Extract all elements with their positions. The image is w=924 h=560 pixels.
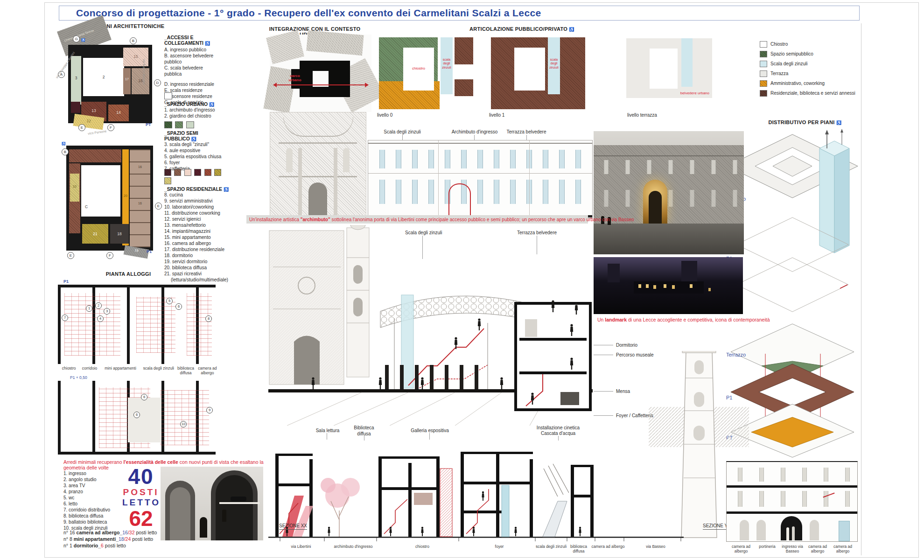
plan-p1: 10 C 20 16 16 21 18 19 B E F E ♿ P1	[54, 136, 162, 258]
resid-item: 16. camera ad albergo	[164, 240, 230, 246]
night-skyline-photo	[594, 257, 743, 314]
livello-0-label: livello 0	[377, 112, 392, 118]
cell-number: 6	[175, 303, 182, 310]
lower-label: Galleria espositiva	[404, 427, 455, 434]
legend-row: Terrazza	[760, 69, 862, 78]
varco-arrow	[273, 84, 366, 85]
accessibility-icon: ♿	[191, 137, 196, 141]
program-label: Dormitorio	[616, 342, 637, 348]
convent-street-photo	[594, 131, 744, 254]
section-perspective-scene	[268, 225, 593, 426]
landmark-post: di una Lecce accogliente e competitiva, …	[627, 317, 770, 322]
resid-item: 18. dormitorio	[164, 252, 230, 259]
access-marker: F	[107, 124, 114, 131]
portal	[308, 182, 327, 217]
room-16: 16	[132, 68, 149, 94]
cell-number: 8	[205, 315, 212, 322]
photo-street	[594, 224, 744, 254]
resid-item: 9. servizi amministrativi	[164, 198, 230, 204]
scala-strip-label: scala degli zinzuli	[441, 58, 452, 70]
varco-urbano-label: varco urbano	[284, 74, 306, 82]
pilaster	[334, 148, 337, 218]
arch-doorway	[649, 191, 662, 224]
landmark-bold: landmark	[605, 317, 627, 322]
lit-window	[708, 288, 711, 291]
legend-label: Spazio semipubblico	[770, 51, 813, 57]
archimbuto-red-outline	[448, 183, 471, 218]
pilaster	[298, 148, 302, 218]
lit-window	[646, 284, 649, 288]
leader-line	[327, 433, 327, 440]
resid-item: 8. cucina	[164, 192, 230, 198]
resid-zone	[455, 37, 473, 64]
leader-line	[594, 415, 613, 416]
access-marker: B	[62, 148, 69, 155]
livello-terrazza-label: livello terrazza	[627, 112, 657, 118]
resid-header: _SPAZIO RESIDENZIALE	[164, 186, 222, 192]
accessibility-icon: ♿	[81, 38, 85, 42]
room-number: 10	[70, 185, 79, 189]
figure-silhouette	[222, 510, 226, 522]
resid-item: 21. spazi ricreativi	[164, 271, 230, 277]
cornice-line	[279, 176, 357, 177]
string-course	[368, 173, 592, 174]
lit-window	[690, 284, 693, 288]
niche	[343, 148, 350, 172]
convent-elevation	[368, 140, 593, 218]
swatch-green-mid	[175, 121, 183, 128]
room-number: 14	[108, 110, 129, 115]
axis-label: chiostro	[401, 544, 443, 549]
alloggi-row-1: 7 1 2 3 4 5 6 8	[58, 285, 216, 364]
portal-figure	[786, 527, 789, 540]
ground-arch	[756, 520, 766, 540]
leader-line	[429, 433, 430, 440]
livello-1-diagram: scala degli zinzuli livello 1	[488, 35, 588, 111]
yy-axis-label: camera ad albergo	[729, 544, 753, 553]
cell-item: 6. letto	[63, 501, 122, 507]
legend-label: Chiostro	[770, 41, 788, 47]
inst-bold: "archimbuto"	[301, 217, 330, 222]
urban-block	[266, 30, 304, 64]
plan-pt: Chiesa di Santa Teresa 3 2 15 17 16 13 1…	[54, 31, 162, 130]
chiostro-label: chiostro	[403, 66, 434, 70]
legend-row: Chiostro	[760, 39, 862, 49]
accessi-item: B. ascensore belvedere pubblico	[164, 53, 220, 65]
semi-item: 3. scala degli "zinzuli"	[164, 141, 225, 147]
swatch-maroon	[164, 169, 171, 176]
semi-item: 5. galleria espositiva chiusa	[164, 154, 225, 160]
legend-row: Residenziale, biblioteca e servizi annes…	[760, 88, 862, 98]
access-marker: D	[154, 79, 161, 86]
arredi-note-pre: Arredi minimali recuperano	[63, 459, 123, 465]
skyline-tower	[608, 264, 620, 282]
lit-window	[638, 284, 641, 288]
hotel-room-strip: 16 16	[130, 149, 150, 247]
sections-drawing	[268, 441, 684, 541]
lower-label: Sala lettura	[308, 427, 347, 434]
yy-window-row	[731, 468, 853, 482]
distributivo-header: DISTRIBUTIVO PER PIANI	[768, 119, 834, 125]
zone-labels-row: chiostro corridoio mini appartamenti sca…	[58, 366, 219, 375]
resid-item: 11. distribuzione coworking	[164, 210, 230, 216]
posti-62: 62	[122, 508, 160, 529]
color-legend: Chiostro Spazio semipubblico Scala degli…	[760, 39, 862, 98]
accessibility-icon: ♿	[209, 102, 214, 107]
legend-swatch-residenziale	[760, 90, 767, 97]
scala-strip: scala degli zinzuli	[548, 37, 560, 94]
cell-number: 2	[95, 302, 102, 309]
joint-line	[438, 140, 439, 218]
resid-item: 15. mini appartamento	[164, 234, 230, 240]
access-marker: G	[73, 35, 80, 42]
alloggi-row-2: 6 6 9 10	[58, 381, 216, 455]
joint-line	[529, 140, 530, 218]
courtyard-p1: C	[81, 165, 120, 217]
access-marker: F	[106, 252, 113, 259]
program-label: Foyer / Caffetteria	[616, 413, 653, 419]
accessibility-icon: ♿	[836, 120, 842, 125]
pianta-level-2: P1 + 0,50	[70, 375, 87, 380]
church-facade-sketch	[270, 112, 366, 218]
swatch-white	[164, 92, 172, 99]
arrow-head-right	[365, 83, 371, 87]
cell-list: 1. ingresso 2. angolo studio 3. area TV …	[63, 470, 122, 531]
swatch-green-pale	[186, 121, 194, 128]
room-maroon	[71, 102, 80, 113]
